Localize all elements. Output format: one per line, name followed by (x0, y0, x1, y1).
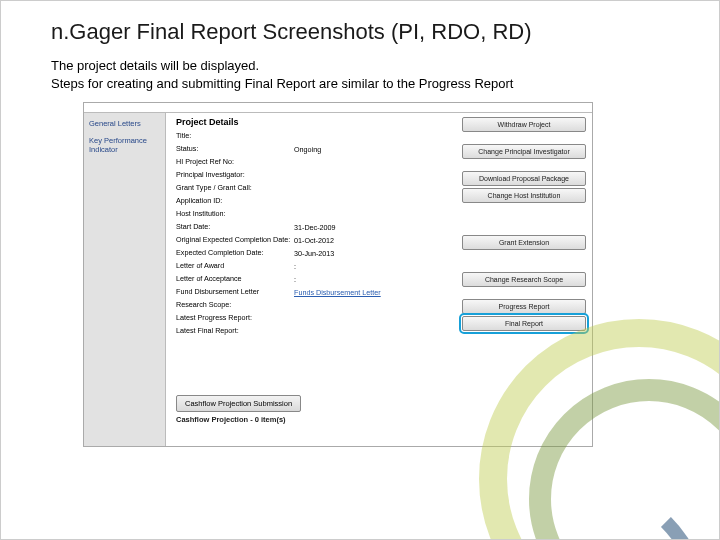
field-value-link[interactable]: Funds Disbursement Letter (294, 288, 381, 297)
field-row: Title: (176, 131, 456, 141)
field-row: Letter of Acceptance: (176, 274, 456, 284)
field-label: Host Institution: (176, 210, 294, 218)
field-label: Latest Progress Report: (176, 314, 294, 322)
project-details-fields: Project Details Title:Status:OngoingHI P… (176, 117, 456, 442)
field-label: Letter of Acceptance (176, 275, 294, 283)
field-row: Host Institution: (176, 209, 456, 219)
body-line-2: Steps for creating and submitting Final … (51, 76, 513, 91)
field-value: : (294, 275, 296, 284)
field-row: Application ID: (176, 196, 456, 206)
field-row: Original Expected Completion Date:01-Oct… (176, 235, 456, 245)
field-value: Ongoing (294, 145, 321, 154)
field-label: HI Project Ref No: (176, 158, 294, 166)
field-row: Letter of Award: (176, 261, 456, 271)
final-report-button[interactable]: Final Report (462, 316, 586, 331)
cashflow-count-text: Cashflow Projection - 0 item(s) (176, 415, 582, 424)
field-label: Title: (176, 132, 294, 140)
slide-title: n.Gager Final Report Screenshots (PI, RD… (51, 19, 679, 45)
action-button[interactable]: Grant Extension (462, 235, 586, 250)
field-label: Research Scope: (176, 301, 294, 309)
field-value: 30-Jun-2013 (294, 249, 334, 258)
field-label: Latest Final Report: (176, 327, 294, 335)
body-line-1: The project details will be displayed. (51, 58, 259, 73)
field-row: Latest Final Report: (176, 326, 456, 336)
screenshot-sidebar: General Letters Key Performance Indicato… (84, 113, 166, 446)
action-button[interactable]: Withdraw Project (462, 117, 586, 132)
field-row: Principal Investigator: (176, 170, 456, 180)
field-value: 31-Dec-2009 (294, 223, 336, 232)
action-buttons-column: Withdraw ProjectChange Principal Investi… (456, 117, 586, 442)
embedded-screenshot: General Letters Key Performance Indicato… (83, 102, 593, 447)
slide-body: The project details will be displayed. S… (51, 57, 679, 92)
field-row: Research Scope: (176, 300, 456, 310)
field-value: 01-Oct-2012 (294, 236, 334, 245)
field-label: Grant Type / Grant Call: (176, 184, 294, 192)
cashflow-submission-button[interactable]: Cashflow Projection Submission (176, 395, 301, 412)
field-label: Application ID: (176, 197, 294, 205)
screenshot-tabbar (84, 103, 592, 113)
field-value: : (294, 262, 296, 271)
field-row: Start Date:31-Dec-2009 (176, 222, 456, 232)
field-row: Status:Ongoing (176, 144, 456, 154)
field-row: Fund Disbursement LetterFunds Disburseme… (176, 287, 456, 297)
field-label: Fund Disbursement Letter (176, 288, 294, 296)
action-button[interactable]: Change Research Scope (462, 272, 586, 287)
action-button[interactable]: Change Host Institution (462, 188, 586, 203)
field-label: Original Expected Completion Date: (176, 236, 294, 244)
field-row: Latest Progress Report: (176, 313, 456, 323)
field-row: HI Project Ref No: (176, 157, 456, 167)
sidebar-item-kpi[interactable]: Key Performance Indicator (89, 136, 160, 154)
field-row: Expected Completion Date:30-Jun-2013 (176, 248, 456, 258)
action-button[interactable]: Change Principal Investigator (462, 144, 586, 159)
screenshot-bottom: Cashflow Projection Submission Cashflow … (176, 395, 582, 424)
action-button[interactable]: Download Proposal Package (462, 171, 586, 186)
field-label: Status: (176, 145, 294, 153)
field-label: Letter of Award (176, 262, 294, 270)
sidebar-item-general-letters[interactable]: General Letters (89, 119, 160, 128)
field-label: Start Date: (176, 223, 294, 231)
action-button[interactable]: Progress Report (462, 299, 586, 314)
section-title: Project Details (176, 117, 456, 127)
field-label: Principal Investigator: (176, 171, 294, 179)
field-row: Grant Type / Grant Call: (176, 183, 456, 193)
field-label: Expected Completion Date: (176, 249, 294, 257)
